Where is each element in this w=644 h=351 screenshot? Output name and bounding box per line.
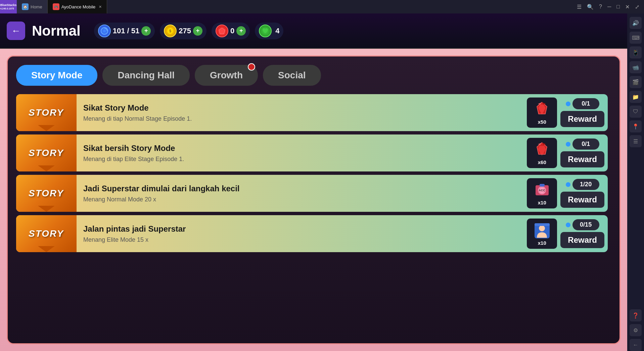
gold-add-button[interactable]: + [193, 26, 202, 36]
progress-area: 0/1 [566, 139, 599, 150]
progress-dot [566, 182, 570, 187]
maximize-icon[interactable]: □ [615, 2, 621, 11]
main-content: Story Mode Dancing Hall Growth Social ST… [0, 49, 627, 351]
progress-text: 1/20 [572, 179, 599, 190]
progress-area: 1/20 [566, 179, 599, 190]
tab-ayodance[interactable]: 🎮 AyoDance Mobile ✕ [48, 0, 107, 13]
svg-rect-19 [540, 184, 545, 187]
svg-text:$: $ [169, 29, 171, 33]
quest-title: Jalan pintas jadi Superstar [83, 224, 520, 234]
hearts-value: 4 [275, 27, 279, 35]
svg-point-22 [539, 225, 545, 231]
quest-item: STORY Sikat bersih Story Mode Menang di … [16, 134, 608, 171]
menu-icon[interactable]: ☰ [576, 2, 583, 11]
energy-resource: 101 / 51 + [94, 23, 155, 39]
energy-icon [98, 25, 111, 37]
bluestacks-logo: BlueStacks4.240.0.1075 [0, 0, 17, 13]
reward-icon-box: ACC x10 [527, 178, 557, 208]
home-tab-icon: 🏠 [22, 3, 29, 10]
page-title: Normal [32, 23, 81, 39]
quest-info: Jalan pintas jadi Superstar Menang Elite… [77, 219, 527, 248]
tab-home[interactable]: 🏠 Home [17, 0, 48, 13]
quest-title: Sikat bersih Story Mode [83, 144, 520, 153]
quest-item: STORY Jalan pintas jadi Superstar Menang… [16, 215, 608, 252]
quest-info: Sikat Story Mode Menang di tiap Normal S… [77, 98, 527, 127]
header-resources: 101 / 51 + $ 275 + [94, 23, 284, 39]
gems-icon [216, 25, 228, 37]
reward-right: 1/20 Reward [560, 179, 604, 208]
reward-button[interactable]: Reward [560, 151, 604, 167]
record-icon[interactable]: 🎬 [630, 76, 642, 88]
quest-title: Sikat Story Mode [83, 103, 520, 113]
close-icon[interactable]: ✕ [624, 2, 631, 11]
quest-reward-area: x10 0/15 Reward [527, 219, 608, 249]
tab-growth[interactable]: Growth [195, 65, 258, 86]
quest-title: Jadi Superstar dimulai dari langkah keci… [83, 184, 520, 193]
folder-icon[interactable]: 📁 [630, 91, 642, 103]
gems-resource: 0 + [212, 23, 250, 39]
tab-dancing-hall[interactable]: Dancing Hall [102, 65, 190, 86]
game-header: ← Normal 101 / 51 + [0, 13, 627, 49]
camera-icon[interactable]: 📹 [630, 61, 642, 73]
reward-button[interactable]: Reward [560, 111, 604, 127]
quest-badge: STORY [16, 94, 77, 131]
hearts-icon [259, 25, 272, 37]
quest-reward-area: x60 0/1 Reward [527, 138, 608, 168]
game-tab-icon: 🎮 [53, 3, 59, 10]
window-controls: ☰ 🔍 ? ─ □ ✕ ⤢ [576, 2, 644, 11]
quest-badge: STORY [16, 175, 77, 212]
controls-icon[interactable]: ☰ [630, 135, 642, 147]
quest-desc: Menang Normal Mode 20 x [83, 196, 520, 203]
back-button[interactable]: ← [7, 22, 25, 40]
reward-icon-box: x50 [527, 98, 557, 128]
back-sidebar-icon[interactable]: ← [630, 339, 642, 351]
screen-icon[interactable]: 📱 [630, 46, 642, 58]
progress-dot [566, 223, 570, 227]
volume-icon[interactable]: 🔊 [630, 17, 642, 29]
quest-badge: STORY [16, 134, 77, 171]
location-icon[interactable]: 📍 [630, 120, 642, 132]
right-sidebar: 🔊 ⌨ 📱 📹 🎬 📁 🛡 📍 ☰ ❓ ⚙ ← [627, 13, 644, 351]
quest-desc: Menang di tiap Normal Stage Episode 1. [83, 115, 520, 122]
search-icon[interactable]: 🔍 [586, 2, 595, 11]
help-icon[interactable]: ? [598, 2, 603, 11]
quest-reward-area: x50 0/1 Reward [527, 98, 608, 128]
shield-icon[interactable]: 🛡 [630, 106, 642, 118]
reward-icon-box: x10 [527, 219, 557, 249]
progress-dot [566, 102, 570, 106]
progress-text: 0/1 [572, 98, 599, 109]
content-panel: Story Mode Dancing Hall Growth Social ST… [7, 55, 620, 344]
expand-icon[interactable]: ⤢ [634, 2, 641, 11]
bluestacks-bar: BlueStacks4.240.0.1075 🏠 Home 🎮 AyoDance… [0, 0, 644, 13]
progress-text: 0/15 [572, 219, 599, 230]
growth-badge [248, 63, 255, 71]
reward-right: 0/1 Reward [560, 139, 604, 167]
energy-value: 101 / 51 [113, 27, 140, 35]
tab-social[interactable]: Social [263, 65, 321, 86]
reward-button[interactable]: Reward [560, 232, 604, 248]
tabs-row: Story Mode Dancing Hall Growth Social [16, 65, 611, 86]
reward-right: 0/1 Reward [560, 98, 604, 127]
settings-icon[interactable]: ⚙ [630, 324, 642, 336]
reward-button[interactable]: Reward [560, 192, 604, 208]
gold-value: 275 [179, 27, 191, 35]
progress-area: 0/15 [566, 219, 599, 230]
quest-item: STORY Jadi Superstar dimulai dari langka… [16, 175, 608, 212]
keyboard-icon[interactable]: ⌨ [630, 32, 642, 44]
gold-resource: $ 275 + [160, 23, 206, 39]
energy-add-button[interactable]: + [141, 26, 151, 36]
quest-info: Jadi Superstar dimulai dari langkah keci… [77, 179, 527, 208]
minimize-icon[interactable]: ─ [606, 2, 612, 11]
gems-value: 0 [230, 27, 234, 35]
game-area: ← Normal 101 / 51 + [0, 13, 627, 351]
quest-item: STORY Sikat Story Mode Menang di tiap No… [16, 94, 608, 131]
progress-area: 0/1 [566, 98, 599, 109]
quest-reward-area: ACC x10 1/20 Reward [527, 178, 608, 208]
quest-badge: STORY [16, 215, 77, 252]
gems-add-button[interactable]: + [236, 26, 246, 36]
quest-info: Sikat bersih Story Mode Menang di tiap E… [77, 139, 527, 168]
help-sidebar-icon[interactable]: ❓ [630, 309, 642, 321]
tab-story-mode[interactable]: Story Mode [16, 65, 97, 86]
quest-desc: Menang di tiap Elite Stage Episode 1. [83, 156, 520, 163]
gold-icon: $ [164, 25, 177, 37]
